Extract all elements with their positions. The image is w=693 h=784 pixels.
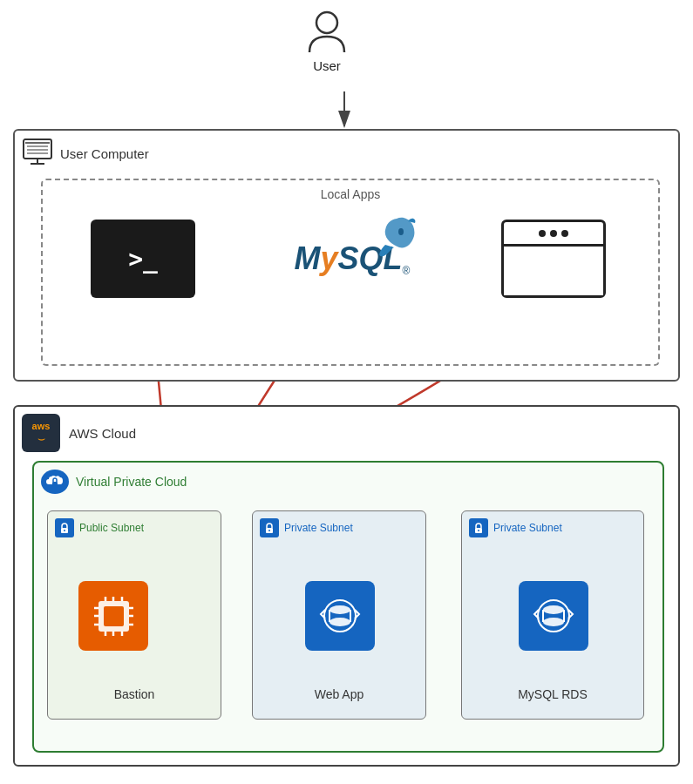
local-apps-box: Local Apps >_ MySQL® [41,179,660,366]
private-subnet-2-header: Private Subnet [469,518,562,537]
private-subnet-1-label: Private Subnet [284,522,353,534]
vpc-box: Virtual Private Cloud Public Subnet [32,461,664,753]
browser-dot-1 [539,230,546,237]
bastion-label: Bastion [114,687,155,701]
bastion-chip-icon [90,592,138,640]
lock-icon [58,522,71,534]
aws-header: aws ⌣ AWS Cloud [22,414,136,452]
browser-dot-2 [550,230,557,237]
private-subnet-2-label: Private Subnet [493,522,562,534]
lock-icon-3 [472,522,485,534]
svg-point-12 [398,228,404,235]
user-icon [305,9,349,57]
vpc-header: Virtual Private Cloud [41,470,187,494]
rds-icon-svg [530,592,578,640]
aws-smile-icon: ⌣ [37,431,45,446]
user-computer-box: User Computer Local Apps >_ [13,129,680,382]
svg-point-40 [543,605,564,614]
browser-icon [501,220,606,298]
public-subnet-label: Public Subnet [79,522,144,534]
vpc-label: Virtual Private Cloud [76,475,187,489]
rds-service-icon [519,581,588,651]
user-computer-label: User Computer [60,146,149,161]
user-label: User [313,58,341,73]
aws-logo: aws ⌣ [22,414,60,452]
svg-rect-17 [104,606,124,626]
webapp-service-icon [305,581,375,651]
rds-label: MySQL RDS [518,687,588,701]
webapp-label: Web App [315,687,364,701]
public-subnet-lock-icon [55,518,74,537]
computer-icon [22,138,53,169]
lock-icon-2 [263,522,275,534]
aws-text: aws [32,421,51,431]
private-subnet-1-lock-icon [260,518,279,537]
diagram-container: User User Computer Local Apps >_ [0,0,693,784]
private-subnet-1-header: Private Subnet [260,518,353,537]
public-subnet-header: Public Subnet [55,518,144,537]
cloud-lock-icon [46,474,64,490]
aws-cloud-box: aws ⌣ AWS Cloud Virtual Private Cloud [13,405,680,767]
user-section: User [305,9,349,73]
svg-point-33 [330,605,350,614]
bastion-service-icon [78,581,148,651]
browser-dot-3 [561,230,568,237]
svg-point-43 [543,618,564,626]
svg-point-15 [64,530,65,531]
svg-point-31 [268,530,270,531]
browser-body [504,247,603,295]
user-computer-header: User Computer [22,138,149,169]
terminal-prompt: >_ [128,245,158,274]
terminal-icon: >_ [91,220,195,298]
private-subnet-1: Private Subnet W [252,510,426,720]
private-subnet-2-lock-icon [469,518,488,537]
public-subnet: Public Subnet [47,510,221,720]
mysql-dolphin-icon [375,214,418,262]
svg-point-36 [330,618,350,626]
local-apps-label: Local Apps [321,187,381,201]
private-subnet-2: Private Subnet MySQL RDS [461,510,644,720]
svg-point-38 [478,530,479,531]
svg-point-4 [316,12,337,33]
vpc-cloud-icon [41,470,69,494]
browser-toolbar [504,222,603,247]
svg-rect-13 [52,482,58,486]
aws-cloud-label: AWS Cloud [69,426,136,441]
webapp-icon-svg [316,592,364,640]
mysql-logo: MySQL® [278,224,426,294]
